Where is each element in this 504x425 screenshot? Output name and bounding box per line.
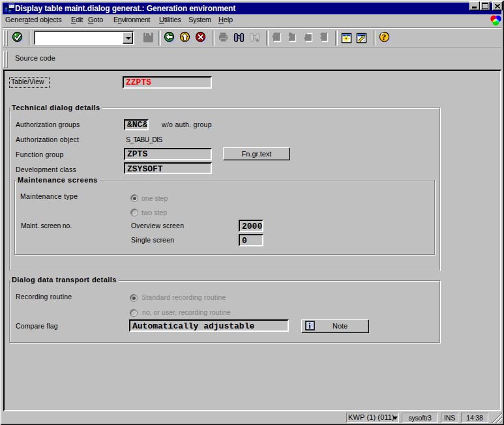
svg-text:?: ?	[382, 32, 387, 42]
